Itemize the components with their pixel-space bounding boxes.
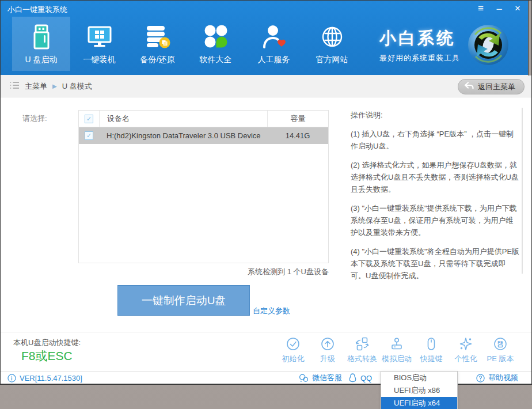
main-content: 请选择: ✓ 设备名 容量 ✓ H:(hd2)Kingston DataTrav… <box>1 97 531 332</box>
window-title: 小白一键重装系统 <box>7 5 67 15</box>
detect-status-text: 系统检测到 1 个U盘设备 <box>78 267 329 277</box>
device-name: H:(hd2)Kingston DataTraveler 3.0 USB Dev… <box>99 131 267 140</box>
list-icon <box>10 81 20 91</box>
hotkey-keys: F8或ESC <box>21 348 73 364</box>
nav-label: 软件大全 <box>187 55 245 65</box>
usb-drive-icon <box>12 17 70 55</box>
breadcrumb: 主菜单 ▶ U 盘模式 <box>10 75 92 97</box>
nav-label: 一键装机 <box>70 55 128 65</box>
instruction-step: (4) "小白一键重装系统"将全程自动为用户提供PE版本下载及系统下载至U盘，只… <box>351 245 520 282</box>
instruction-step: (2) 选择格式化方式，如果用户想保存U盘数据，就选择格式化U盘且不丢失数据，否… <box>351 159 520 195</box>
instructions-title: 操作说明: <box>351 110 520 120</box>
device-table-header: ✓ 设备名 容量 <box>79 111 328 127</box>
joystick-icon <box>379 336 414 352</box>
nav-item-one-click-install[interactable]: 一键装机 <box>70 17 128 71</box>
nav-label: 备份/还原 <box>128 55 187 65</box>
breadcrumb-bar: 主菜单 ▶ U 盘模式 返回主菜单 <box>1 75 531 97</box>
select-all-checkbox[interactable]: ✓ <box>85 115 93 123</box>
desktop-edge <box>528 1 532 75</box>
instruction-step: (1) 插入U盘，右下角选择 “PE版本” ，点击一键制作启动U盘。 <box>351 128 520 152</box>
close-icon[interactable]: ✕ <box>513 3 522 15</box>
tool-format-convert[interactable]: 格式转换 <box>345 336 379 364</box>
window-controls: ≡ ─ ✕ <box>476 3 522 15</box>
header-device-name: 设备名 <box>100 111 268 127</box>
screenshot-root: { "window": { "title": "小白一键重装系统", "cont… <box>0 0 532 409</box>
customer-service-icon <box>245 17 303 55</box>
tool-hotkeys[interactable]: 快捷键 <box>414 336 449 364</box>
breadcrumb-current: U 盘模式 <box>62 81 92 92</box>
backup-restore-icon <box>128 17 187 55</box>
upgrade-arrow-icon <box>310 336 345 352</box>
tool-simulate-boot[interactable]: 模拟启动 <box>379 336 414 364</box>
dropdown-item-uefi-x86[interactable]: UEFI启动 x86 <box>381 384 457 397</box>
device-checkbox[interactable]: ✓ <box>85 131 93 140</box>
nav-item-backup-restore[interactable]: 备份/还原 <box>128 17 187 71</box>
scrollbar-track[interactable] <box>522 108 523 274</box>
nav-label: 官方网站 <box>303 55 361 65</box>
info-icon <box>7 374 16 383</box>
check-circle-icon <box>276 336 310 352</box>
question-icon <box>476 374 485 383</box>
star-sparkle-icon <box>449 336 483 352</box>
tools-row: 初始化 升级 格式转换 <box>276 336 518 364</box>
breadcrumb-root[interactable]: 主菜单 <box>25 81 47 92</box>
svg-text:PE: PE <box>497 340 503 344</box>
tool-upgrade[interactable]: 升级 <box>310 336 345 364</box>
back-to-main-menu-button[interactable]: 返回主菜单 <box>458 79 525 94</box>
wechat-support-link[interactable]: 微信客服 <box>299 372 342 384</box>
monitor-install-icon <box>70 17 128 55</box>
dropdown-item-uefi-x64[interactable]: UEFI启动 x64 <box>381 397 457 409</box>
nav-label: 人工服务 <box>245 55 303 65</box>
tool-personalize[interactable]: 个性化 <box>449 336 483 364</box>
wechat-icon <box>299 374 309 383</box>
row-checkbox-cell: ✓ <box>79 127 99 144</box>
back-arrow-icon <box>464 81 474 92</box>
dropdown-item-bios[interactable]: BIOS启动 <box>381 372 457 384</box>
header-capacity: 容量 <box>268 113 328 124</box>
header: 小白一键重装系统 ≡ ─ ✕ U 盘启动 <box>1 1 531 75</box>
nav-item-usb-boot[interactable]: U 盘启动 <box>12 17 70 71</box>
help-label: 帮助视频 <box>488 373 518 383</box>
nav-label: U 盘启动 <box>12 55 70 65</box>
custom-params-link[interactable]: 自定义参数 <box>253 306 290 316</box>
breadcrumb-arrow-icon: ▶ <box>52 83 57 89</box>
bottom-panel: 本机U盘启动快捷键: F8或ESC 初始化 升级 <box>1 332 531 371</box>
tool-initialize[interactable]: 初始化 <box>276 336 310 364</box>
qq-support-link[interactable]: QQ <box>348 372 372 384</box>
version-text: VER[11.5.47.1530] <box>20 374 82 383</box>
device-table: ✓ 设备名 容量 ✓ H:(hd2)Kingston DataTraveler … <box>78 110 329 263</box>
header-checkbox-cell: ✓ <box>79 111 100 127</box>
select-label: 请选择: <box>22 113 47 124</box>
hotkey-label: 本机U盘启动快捷键: <box>13 338 81 348</box>
qq-penguin-icon <box>348 373 357 383</box>
wechat-label: 微信客服 <box>312 373 342 383</box>
nav-item-customer-service[interactable]: 人工服务 <box>245 17 303 71</box>
official-website-icon <box>303 17 361 55</box>
brand-slogan: 最好用的系统重装工具 <box>379 53 460 63</box>
menu-icon[interactable]: ≡ <box>476 3 485 15</box>
pe-badge-icon: PE <box>483 336 518 352</box>
device-capacity: 14.41G <box>267 131 328 140</box>
make-boot-usb-button[interactable]: 一键制作启动U盘 <box>117 285 250 316</box>
app-window: 小白一键重装系统 ≡ ─ ✕ U 盘启动 <box>0 0 532 385</box>
brand-name: 小白系统 <box>379 27 460 50</box>
minimize-icon[interactable]: ─ <box>495 3 504 15</box>
nav-item-official-website[interactable]: 官方网站 <box>303 17 361 71</box>
pe-version-dropdown: BIOS启动 UEFI启动 x86 UEFI启动 x64 <box>381 371 458 409</box>
software-collection-icon <box>187 17 245 55</box>
instruction-step: (3) "小白一键重装系统"提供系统下载，为用户下载系统保存至U盘，保证用户有系… <box>351 202 520 238</box>
format-convert-icon <box>345 336 379 352</box>
qq-label: QQ <box>360 374 372 383</box>
mouse-icon <box>414 336 449 352</box>
instructions-panel: 操作说明: (1) 插入U盘，右下角选择 “PE版本” ，点击一键制作启动U盘。… <box>351 110 520 289</box>
nav-item-software-collection[interactable]: 软件大全 <box>187 17 245 71</box>
back-button-label: 返回主菜单 <box>478 82 515 92</box>
tool-pe-version[interactable]: PE PE 版本 <box>483 336 518 364</box>
version-info: VER[11.5.47.1530] <box>7 372 82 384</box>
help-video-link[interactable]: 帮助视频 <box>476 372 518 384</box>
device-table-row[interactable]: ✓ H:(hd2)Kingston DataTraveler 3.0 USB D… <box>79 127 328 144</box>
brand: 小白系统 最好用的系统重装工具 <box>379 27 460 63</box>
swirl-arrows-logo-icon <box>467 24 510 66</box>
